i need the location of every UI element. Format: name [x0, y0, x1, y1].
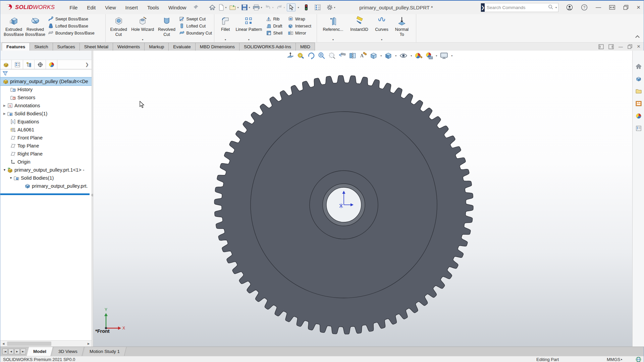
units-selector[interactable]: MMGS — [607, 357, 620, 362]
scrollbar-thumb[interactable] — [7, 342, 51, 346]
revolved-cut-button[interactable]: Revolved Cut — [156, 15, 177, 42]
zoom-window-icon[interactable] — [328, 52, 336, 60]
open-document-button[interactable]: ▾ — [228, 3, 239, 11]
search-commands-input[interactable] — [485, 5, 548, 10]
apply-scene-icon[interactable] — [425, 52, 433, 60]
menu-file[interactable]: File — [69, 5, 77, 10]
zoom-to-area-icon[interactable] — [317, 52, 325, 60]
boundary-cut-button[interactable]: Boundary Cut — [179, 29, 212, 37]
menu-window[interactable]: Window — [168, 5, 186, 10]
status-globe-icon[interactable] — [636, 357, 641, 362]
tree-item-sensors[interactable]: Sensors — [0, 94, 92, 102]
tree-item-origin[interactable]: Origin — [0, 158, 92, 166]
measure-icon[interactable] — [297, 52, 305, 60]
expand-arrow-icon[interactable]: ▶ — [2, 112, 7, 115]
menu-view[interactable]: View — [105, 5, 116, 10]
motion-study-tab[interactable]: Motion Study 1 — [83, 347, 126, 356]
tab-mbd-dimensions[interactable]: MBD Dimensions — [195, 43, 239, 51]
doc-close-button[interactable]: × — [637, 43, 640, 50]
extruded-cut-button[interactable]: Extruded Cut — [108, 15, 129, 42]
display-manager-tab[interactable] — [46, 60, 57, 69]
model-tab[interactable]: Model — [27, 347, 53, 356]
menu-insert[interactable]: Insert — [125, 5, 138, 10]
lofted-boss-base-button[interactable]: Lofted Boss/Base — [48, 22, 95, 29]
configuration-manager-tab[interactable] — [23, 60, 35, 69]
home-icon[interactable] — [635, 63, 642, 71]
tree-item-sub-solid-bodies[interactable]: ▼ Solid Bodies(1) — [0, 174, 92, 182]
hole-wizard-button[interactable]: Hole Wizard ▾ — [129, 15, 156, 42]
linear-pattern-caret[interactable]: ▾ — [248, 38, 250, 41]
panel-flyout-arrow[interactable]: ❯ — [85, 62, 89, 67]
tree-item-imported-part[interactable]: ▼ primary_output_pulley.prt.1<1> - — [0, 166, 92, 174]
user-account-icon[interactable] — [566, 4, 573, 11]
tree-item-right-plane[interactable]: Right Plane — [0, 150, 92, 158]
property-manager-tab[interactable] — [12, 60, 23, 69]
previous-pane-icon[interactable] — [598, 44, 604, 49]
tree-item-solid-body[interactable]: primary_output_pulley.prt. — [0, 182, 92, 190]
search-icon[interactable] — [548, 4, 553, 11]
previous-view-icon[interactable] — [338, 52, 346, 60]
design-library-icon[interactable] — [635, 76, 642, 83]
units-caret[interactable]: ▴ — [621, 358, 622, 361]
tab-features[interactable]: Features — [2, 43, 30, 51]
view-settings-icon[interactable] — [439, 52, 448, 60]
reference-geometry-button[interactable]: Referenc... ▾ — [320, 15, 346, 42]
tab-surfaces[interactable]: Surfaces — [53, 43, 80, 51]
tree-item-material[interactable]: AL6061 — [0, 126, 92, 134]
tab-weldments[interactable]: Weldments — [113, 43, 145, 51]
tree-item-root[interactable]: primary_output_pulley (Default<<De — [0, 77, 92, 85]
custom-properties-icon[interactable] — [635, 125, 642, 133]
normal-to-button[interactable]: Normal To — [391, 15, 412, 42]
doc-minimize-button[interactable]: — — [619, 44, 623, 49]
tree-horizontal-scrollbar[interactable]: ◀ ▶ — [0, 340, 92, 347]
rotate-view-icon[interactable] — [307, 52, 315, 60]
zoom-to-fit-icon[interactable] — [286, 52, 294, 60]
tree-item-history[interactable]: History — [0, 85, 92, 94]
search-scope-caret[interactable]: ▾ — [555, 6, 557, 9]
new-document-button[interactable]: ▾ — [218, 3, 227, 11]
intersect-button[interactable]: Intersect — [288, 22, 315, 29]
dimxpert-manager-tab[interactable] — [35, 60, 46, 69]
minimize-button[interactable]: — — [596, 4, 601, 10]
edit-appearance-icon[interactable] — [414, 52, 422, 60]
tab-evaluate[interactable]: Evaluate — [168, 43, 196, 51]
home-button[interactable] — [208, 3, 216, 11]
collapse-arrow-icon[interactable]: ▼ — [2, 168, 7, 172]
hide-show-items-icon[interactable] — [399, 52, 408, 60]
lofted-cut-button[interactable]: Lofted Cut — [179, 22, 212, 29]
tab-markup[interactable]: Markup — [144, 43, 169, 51]
undo-button[interactable]: ▾ — [264, 4, 274, 11]
tab-mbd[interactable]: MBD — [296, 43, 315, 51]
menu-tools[interactable]: Tools — [147, 5, 159, 10]
file-properties-button[interactable] — [314, 3, 322, 11]
swept-cut-button[interactable]: Swept Cut — [179, 15, 212, 22]
first-tab-button[interactable]: |◀ — [2, 349, 8, 354]
extruded-boss-base-button[interactable]: Extruded Boss/Base — [3, 15, 24, 42]
close-button[interactable]: × — [637, 4, 640, 11]
redo-button[interactable]: ▾ — [275, 4, 285, 11]
print-button[interactable]: ▾ — [252, 3, 263, 11]
apply-scene-caret[interactable]: ▾ — [436, 54, 437, 57]
next-pane-icon[interactable] — [608, 44, 614, 49]
curves-button[interactable]: Curves ▾ — [372, 15, 391, 42]
search-commands-box[interactable]: ❯ ▾ — [481, 3, 558, 12]
tree-item-equations[interactable]: Σ Equations — [0, 118, 92, 126]
draft-button[interactable]: Draft — [266, 22, 286, 29]
shell-button[interactable]: Shell — [266, 29, 286, 37]
span-displays-button[interactable] — [609, 5, 615, 10]
view-orientation-icon[interactable] — [369, 52, 377, 60]
select-tool-button[interactable] — [287, 3, 296, 11]
last-tab-button[interactable]: ▶| — [20, 349, 26, 354]
model-canvas[interactable] — [93, 51, 632, 347]
scroll-right-arrow[interactable]: ▶ — [86, 342, 92, 345]
hole-wizard-caret[interactable]: ▾ — [142, 38, 143, 41]
reference-geometry-caret[interactable]: ▾ — [332, 38, 334, 41]
section-view-icon[interactable] — [348, 52, 357, 60]
collapse-ribbon-chevron[interactable] — [635, 35, 640, 40]
tab-sheet-metal[interactable]: Sheet Metal — [79, 43, 113, 51]
menu-edit[interactable]: Edit — [87, 5, 96, 10]
file-explorer-icon[interactable] — [635, 88, 642, 96]
revolved-boss-base-button[interactable]: Revolved Boss/Base — [24, 15, 46, 42]
doc-restore-button[interactable] — [628, 44, 632, 49]
tree-item-front-plane[interactable]: Front Plane — [0, 134, 92, 142]
